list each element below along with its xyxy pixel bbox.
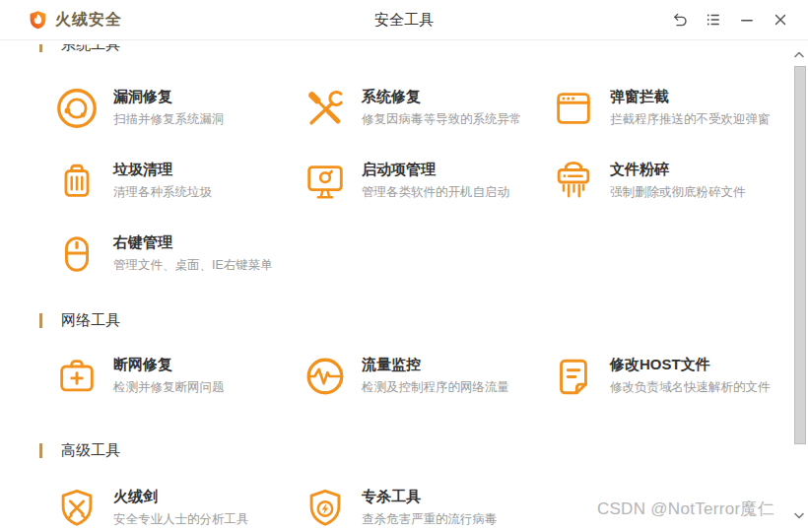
mouse-icon	[54, 232, 100, 277]
section-bar	[39, 44, 42, 52]
titlebar: 火绒安全 安全工具	[0, 0, 808, 40]
list-icon[interactable]	[702, 8, 725, 32]
tool-card-special-kill[interactable]: 专杀工具 查杀危害严重的流行病毒	[303, 484, 551, 532]
csdn-watermark: CSDN @NotTerror魔仁	[597, 498, 774, 520]
tool-card-huorong-sword[interactable]: 火绒剑 安全专业人士的分析工具	[54, 484, 303, 532]
pulse-circle-icon	[303, 354, 348, 399]
back-icon[interactable]	[668, 8, 692, 32]
close-icon[interactable]	[769, 8, 792, 32]
tool-card-system-repair[interactable]: 系统修复 修复因病毒等导致的系统异常	[303, 84, 551, 157]
section-header-network-tools: 网络工具	[39, 310, 808, 330]
section-bar	[39, 443, 42, 458]
tool-card-context-menu[interactable]: 右键管理 管理文件、桌面、IE右键菜单	[54, 230, 303, 302]
scrollbar	[790, 40, 808, 532]
minimize-icon[interactable]	[735, 8, 759, 32]
scroll-down-icon[interactable]	[793, 509, 805, 521]
vulnerability-scan-icon	[54, 86, 100, 131]
tool-card-startup-manage[interactable]: 启动项管理 管理各类软件的开机自启动	[303, 157, 551, 230]
section-header-system-tools: 系统工具	[0, 44, 808, 58]
startup-monitor-icon	[303, 159, 348, 204]
tool-card-popup-block[interactable]: 弹窗拦截 拦截程序推送的不受欢迎弹窗	[551, 84, 799, 157]
file-shredder-icon	[551, 159, 596, 204]
medkit-icon	[54, 354, 100, 399]
section-header-advanced-tools: 高级工具	[39, 440, 808, 460]
app-brand: 火绒安全	[28, 10, 122, 31]
shield-swords-icon	[54, 486, 100, 531]
host-file-icon	[551, 354, 596, 399]
tool-card-host-file[interactable]: 修改HOST文件 修改负责域名快速解析的文件	[551, 352, 799, 425]
app-name: 火绒安全	[55, 10, 122, 31]
huorong-logo-icon	[28, 10, 48, 31]
scroll-up-icon[interactable]	[793, 48, 805, 60]
shield-bolt-icon	[303, 486, 348, 531]
section-bar	[39, 313, 42, 328]
tool-card-vulnerability-fix[interactable]: 漏洞修复 扫描并修复系统漏洞	[54, 84, 303, 157]
tool-card-network-fix[interactable]: 断网修复 检测并修复断网问题	[54, 352, 303, 425]
tool-card-traffic-monitor[interactable]: 流量监控 检测及控制程序的网络流量	[303, 352, 551, 425]
tools-page: 系统工具 漏洞修复 扫描并修复系统漏洞	[0, 40, 808, 532]
network-tools-grid: 断网修复 检测并修复断网问题 流量监控 检测及控制程序的网络流量	[54, 352, 803, 425]
scrollbar-thumb[interactable]	[794, 66, 806, 444]
popup-block-icon	[551, 86, 596, 131]
trash-icon	[54, 159, 100, 204]
tool-card-file-shred[interactable]: 文件粉碎 强制删除或彻底粉碎文件	[551, 157, 799, 230]
tool-card-junk-clean[interactable]: 垃圾清理 清理各种系统垃圾	[54, 157, 303, 230]
system-repair-icon	[303, 86, 348, 131]
system-tools-grid: 漏洞修复 扫描并修复系统漏洞 系统修复 修复因病毒等导致的系统异常	[54, 84, 803, 302]
